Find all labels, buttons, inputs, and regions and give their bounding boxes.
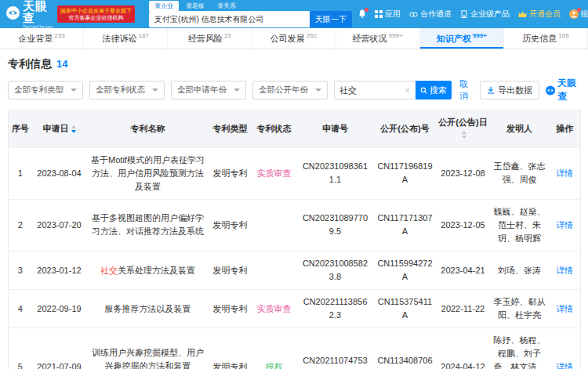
nav-tab-3[interactable]: 公司发展262 (252, 28, 336, 49)
search-tab-1[interactable]: 查老板 (180, 1, 210, 11)
nav-tab-4[interactable]: 经营状况999+ (336, 28, 420, 49)
top-menu: 应用合作通道企业级产品开通会员组织 (358, 9, 588, 20)
cell-inventors: 王岱鑫、张志强、周俊 (490, 147, 550, 199)
nav-tab-2[interactable]: 经营风险23 (168, 28, 252, 49)
cell-patent-type: 发明专利 (209, 328, 252, 369)
nav-tab-label: 历史信息 (522, 33, 557, 45)
magnifier-icon (420, 87, 427, 94)
detail-link[interactable]: 详情 (556, 220, 573, 230)
column-header-inventors: 发明人 (490, 110, 550, 148)
nav-tab-0[interactable]: 企业背景233 (0, 28, 84, 49)
main-content: 专利信息 14 全部专利类型全部专利状态全部申请年份全部公开年份 × 搜索 取消… (0, 49, 588, 369)
cell-application-number: CN202310983611.1 (297, 147, 374, 199)
enterprise-icon (460, 10, 468, 18)
cell-patent-name: 训练用户兴趣挖掘模型、用户兴趣挖掘的方法和装置查看其他1条相关数据 > (87, 328, 209, 369)
cell-apply-date: 2021-07-09 (32, 328, 87, 369)
cell-publication-date: 2023-12-08 (437, 147, 490, 199)
cell-publication-number: CN117196819A (374, 147, 437, 199)
clear-icon[interactable]: × (405, 85, 411, 95)
cell-inventors: 刘玚、张涛 (490, 251, 550, 290)
filter-dropdowns: 全部专利类型全部专利状态全部申请年份全部公开年份 (8, 81, 328, 99)
cell-patent-status: 授权 (252, 328, 297, 369)
bell-icon (358, 9, 366, 19)
nav-tab-1[interactable]: 法律诉讼187 (84, 28, 168, 49)
detail-link[interactable]: 详情 (556, 362, 573, 369)
column-header-publication-date[interactable]: 公开(公告)日 (437, 110, 490, 148)
menu-item-1[interactable]: 应用 (375, 9, 401, 20)
cell-publication-number: CN115375411A (374, 290, 437, 328)
keyword-input[interactable] (339, 85, 405, 95)
cell-patent-type: 发明专利 (209, 199, 252, 251)
nav-tab-count: 999+ (473, 32, 487, 39)
cell-patent-name: 基于Motif模式的用户表征学习方法、用户信用风险预测方法及装置 (87, 147, 209, 199)
chevron-down-icon (315, 89, 321, 92)
corner-brand-label: 天眼查 (557, 77, 580, 103)
detail-link[interactable]: 详情 (556, 304, 573, 313)
menu-item-5[interactable]: 组织 (569, 9, 588, 20)
top-header: 天眼查 TianYanCha.com 国家中小企业发展子基金旗下 官方备案企业征… (0, 0, 588, 28)
search-tab-0[interactable]: 查企业 (149, 1, 179, 11)
cancel-filter-button[interactable]: 取消 (459, 78, 474, 102)
company-search-input[interactable] (149, 11, 310, 27)
column-header-label: 专利类型 (213, 124, 248, 133)
column-header-label: 专利状态 (257, 124, 292, 133)
menu-item-4[interactable]: 开通会员 (518, 9, 561, 20)
logo-text: 天眼查 (23, 0, 53, 24)
cell-patent-status: 实质审查 (252, 290, 297, 328)
tianyancha-logo[interactable]: 天眼查 TianYanCha.com (6, 0, 53, 29)
search-tab-2[interactable]: 查关系 (212, 1, 241, 11)
filter-dropdown-value: 全部专利类型 (14, 85, 64, 96)
search-submit-button[interactable]: 天眼一下 (310, 11, 352, 27)
cell-action: 详情 (550, 328, 581, 369)
cell-patent-status (252, 251, 297, 290)
nav-tab-label: 公司发展 (270, 33, 305, 45)
cell-index: 4 (9, 290, 32, 328)
patent-name-part: 服务推荐方法以及装置 (105, 304, 191, 313)
filter-dropdown-2[interactable]: 全部申请年份 (171, 81, 246, 99)
filter-bar: 全部专利类型全部专利状态全部申请年份全部公开年份 × 搜索 取消 导出数据 天眼… (8, 77, 580, 103)
menu-item-label: 开通会员 (529, 9, 561, 20)
detail-link[interactable]: 详情 (556, 168, 573, 178)
menu-item-0[interactable] (358, 9, 366, 19)
nav-tab-count: 187 (139, 32, 149, 39)
gov-badge-line1: 国家中小企业发展子基金旗下 (60, 7, 132, 14)
gov-badge: 国家中小企业发展子基金旗下 官方备案企业征信机构 (57, 5, 135, 24)
column-header-apply-date[interactable]: 申请日 (32, 110, 87, 148)
nav-tab-6[interactable]: 历史信息106 (504, 28, 588, 49)
menu-item-3[interactable]: 企业级产品 (460, 9, 510, 20)
patent-status-badge: 实质审查 (257, 304, 292, 313)
cell-patent-name: 服务推荐方法以及装置 (87, 290, 209, 328)
menu-item-2[interactable]: 合作通道 (409, 9, 452, 20)
cell-index: 1 (9, 147, 32, 199)
column-header-label: 公开(公告)日 (438, 118, 487, 127)
nav-tab-count: 23 (224, 32, 231, 39)
highlighted-keyword: 社交 (100, 266, 118, 275)
chevron-down-icon (152, 89, 158, 92)
patent-name-text: 基于Motif模式的用户表征学习方法、用户信用风险预测方法及装置 (90, 154, 206, 194)
sort-icon[interactable] (462, 131, 466, 139)
corner-brand-logo: 天眼查 (546, 77, 580, 103)
menu-item-label: 应用 (385, 9, 401, 20)
detail-link[interactable]: 详情 (556, 266, 573, 275)
sort-icon[interactable] (71, 125, 76, 133)
column-header-label: 专利名称 (131, 124, 165, 133)
nav-tab-5[interactable]: 知识产权999+ (420, 28, 504, 49)
cell-inventors: 魏巍、赵燊、范士村、朱玥、杨明辉 (490, 199, 550, 251)
search-type-tabs: 查企业查老板查关系 (149, 1, 352, 11)
export-data-button[interactable]: 导出数据 (480, 81, 539, 99)
cell-inventors: 李玉婷、郗从阳、杜宇亮 (490, 290, 550, 328)
nav-tab-count: 233 (54, 32, 64, 39)
patent-name-part: 基于多视图超图的用户偏好学习方法、对话推荐方法及系统 (92, 213, 204, 236)
patent-status-badge: 实质审查 (257, 168, 292, 178)
column-header-label: 申请号 (322, 124, 348, 133)
cell-patent-status: 实质审查 (252, 147, 297, 199)
gov-badge-line2: 官方备案企业征信机构 (60, 14, 132, 21)
filter-dropdown-1[interactable]: 全部专利状态 (89, 81, 165, 99)
filter-dropdown-0[interactable]: 全部专利类型 (8, 81, 83, 99)
cooperation-icon (409, 11, 418, 18)
cell-patent-name: 社交关系处理方法及装置 (87, 251, 209, 290)
patent-table: 序号申请日专利名称专利类型专利状态申请号公开(公布)号公开(公告)日发明人操作 … (8, 110, 581, 369)
filter-dropdown-3[interactable]: 全部公开年份 (252, 81, 328, 99)
cell-action: 详情 (550, 251, 581, 290)
filter-search-button[interactable]: 搜索 (416, 81, 452, 99)
